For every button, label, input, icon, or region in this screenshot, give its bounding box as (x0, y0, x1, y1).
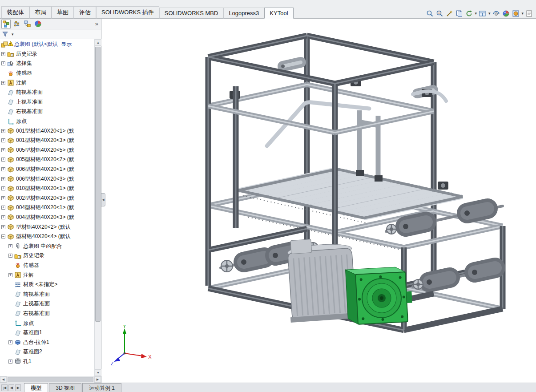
cad-model[interactable] (101, 19, 536, 383)
tree-item[interactable]: +总装图 中的配合 (0, 241, 94, 251)
dropdown-caret-icon[interactable]: ▾ (475, 11, 477, 16)
tree-item[interactable]: +历史记录 (0, 49, 94, 59)
magic-wand-icon[interactable] (445, 9, 453, 17)
tree-item[interactable]: 基准面2 (0, 347, 94, 357)
tree-item[interactable]: +006型材铝40X20<3> (默 (0, 174, 94, 184)
panel-tab-property-manager[interactable] (12, 20, 21, 28)
tree-item[interactable]: +002型材铝40X20<3> (默 (0, 194, 94, 203)
expand-icon[interactable]: + (1, 158, 5, 162)
expand-icon[interactable]: + (1, 215, 5, 219)
tree-item[interactable]: +001型材铝40X20<3> (默 (0, 136, 94, 145)
scroll-up-icon[interactable]: ▲ (95, 39, 101, 46)
dropdown-caret-icon[interactable]: ▾ (488, 11, 491, 16)
tree-vscrollbar[interactable]: ▲ ▼ (94, 39, 101, 376)
scene-sphere-icon[interactable] (512, 9, 520, 17)
tree-item[interactable]: 基准面1 (0, 328, 94, 338)
tree-item[interactable]: 原点 (0, 318, 94, 328)
tree-item[interactable]: +注解 (0, 270, 94, 280)
tree-item[interactable]: +注解 (0, 78, 94, 88)
tree-item[interactable]: 传感器 (0, 261, 94, 271)
expand-icon[interactable]: + (1, 225, 5, 229)
expand-icon[interactable]: + (8, 340, 12, 344)
expand-icon[interactable]: + (1, 148, 5, 152)
tree-item[interactable]: +选择集 (0, 59, 94, 69)
tree-item[interactable]: 前视基准面 (0, 289, 94, 299)
bottom-tab[interactable]: 运动算例 1 (82, 383, 121, 392)
expand-icon[interactable]: + (1, 138, 5, 142)
ribbon-tab[interactable]: SOLIDWORKS 插件 (96, 6, 159, 19)
nav-next-icon[interactable]: ▶ (15, 384, 21, 391)
expand-icon[interactable]: + (8, 360, 12, 364)
panel-overflow-button[interactable]: » (95, 20, 98, 27)
expand-icon[interactable]: + (1, 52, 5, 56)
tree-item[interactable]: +型材铝40X20<2> (默认 (0, 222, 94, 232)
tree-item[interactable]: 上视基准面 (0, 299, 94, 309)
expand-icon[interactable]: + (1, 186, 5, 190)
expand-icon[interactable]: + (1, 206, 5, 210)
dropdown-caret-icon[interactable]: ▾ (521, 11, 524, 16)
tree-item[interactable]: −型材铝40X20<4> (默认 (0, 232, 94, 242)
graphics-viewport[interactable]: Y X Z ◀ (101, 19, 536, 383)
appearance-sphere-icon[interactable] (502, 9, 510, 17)
expand-icon[interactable]: + (1, 167, 5, 171)
tree-item[interactable]: +孔1 (0, 357, 94, 367)
panel-tab-configuration-manager[interactable] (23, 20, 32, 28)
scroll-right-icon[interactable]: ▶ (94, 376, 101, 383)
bottom-tab[interactable]: 3D 视图 (49, 383, 81, 392)
tree-item[interactable]: +006型材铝40X20<1> (默 (0, 165, 94, 174)
tree-item[interactable]: +005型材铝40X20<7> (默 (0, 155, 94, 165)
expand-icon[interactable]: + (1, 129, 5, 133)
vscroll-thumb[interactable] (95, 47, 101, 322)
tree-item[interactable]: 原点 (0, 117, 94, 126)
bottom-tab[interactable]: 模型 (24, 383, 48, 392)
tree-item[interactable]: +004型材铝40X20<3> (默 (0, 213, 94, 222)
tree-item[interactable]: +004型材铝40X20<1> (默 (0, 203, 94, 213)
status-bar: |◀◀▶ 模型3D 视图运动算例 1 (0, 383, 536, 392)
ribbon-tab[interactable]: 草图 (52, 6, 74, 19)
tree-item[interactable]: 传感器 (0, 69, 94, 78)
tree-item[interactable]: 上视基准面 (0, 97, 94, 107)
tree-item[interactable]: +010型材铝40X20<1> (默 (0, 184, 94, 194)
ribbon-tab[interactable]: KYTool (264, 8, 293, 19)
expand-icon[interactable]: + (1, 61, 5, 65)
tree-hscrollbar[interactable]: ◀ ▶ (0, 376, 101, 383)
refresh-icon[interactable] (465, 9, 473, 17)
tree-item[interactable]: +历史记录 (0, 251, 94, 261)
panel-tab-display-manager[interactable] (33, 20, 43, 28)
ribbon-tab[interactable]: 装配体 (1, 6, 29, 19)
tree-item[interactable]: 前视基准面 (0, 88, 94, 97)
doc-partial-icon[interactable] (525, 9, 533, 17)
expand-icon[interactable]: + (8, 244, 12, 248)
tree-item[interactable]: +凸台-拉伸1 (0, 337, 94, 347)
ribbon-tab[interactable]: Logopress3 (223, 8, 264, 19)
collapse-icon[interactable]: − (1, 234, 5, 238)
panel-splitter[interactable]: ◀ (101, 193, 105, 206)
tree-item[interactable]: 材质 <未指定> (0, 280, 94, 290)
scroll-left-icon[interactable]: ◀ (0, 376, 7, 383)
zoom-area-icon[interactable] (435, 9, 443, 17)
expand-icon[interactable]: + (1, 81, 5, 85)
nav-prev-icon[interactable]: ◀ (8, 384, 14, 391)
expand-icon[interactable]: + (8, 273, 12, 277)
filter-caret-icon[interactable]: ▾ (12, 32, 14, 36)
zoom-fit-icon[interactable] (426, 9, 434, 17)
scroll-down-icon[interactable]: ▼ (95, 369, 101, 376)
filter-row[interactable]: ▾ (0, 29, 101, 39)
tree-item[interactable]: 总装图 (默认<默认_显示 (0, 40, 94, 49)
tree-item[interactable]: 右视基准面 (0, 107, 94, 117)
rotate-view-icon[interactable] (492, 9, 500, 17)
view-window-icon[interactable] (479, 9, 487, 17)
expand-icon[interactable]: + (8, 254, 12, 258)
nav-first-icon[interactable]: |◀ (1, 384, 8, 391)
expand-icon[interactable]: + (1, 196, 5, 200)
ribbon-tab[interactable]: SOLIDWORKS MBD (159, 8, 224, 19)
tree-item[interactable]: 右视基准面 (0, 309, 94, 319)
ribbon-tab[interactable]: 评估 (74, 6, 96, 19)
expand-icon[interactable]: + (1, 177, 5, 181)
pages-icon[interactable] (455, 9, 463, 17)
tree-item[interactable]: +005型材铝40X20<5> (默 (0, 145, 94, 155)
panel-tab-feature-tree[interactable] (1, 20, 11, 28)
tree-item[interactable]: +001型材铝40X20<1> (默 (0, 126, 94, 136)
ribbon-tab[interactable]: 布局 (29, 6, 52, 19)
hscroll-thumb[interactable] (8, 377, 93, 382)
